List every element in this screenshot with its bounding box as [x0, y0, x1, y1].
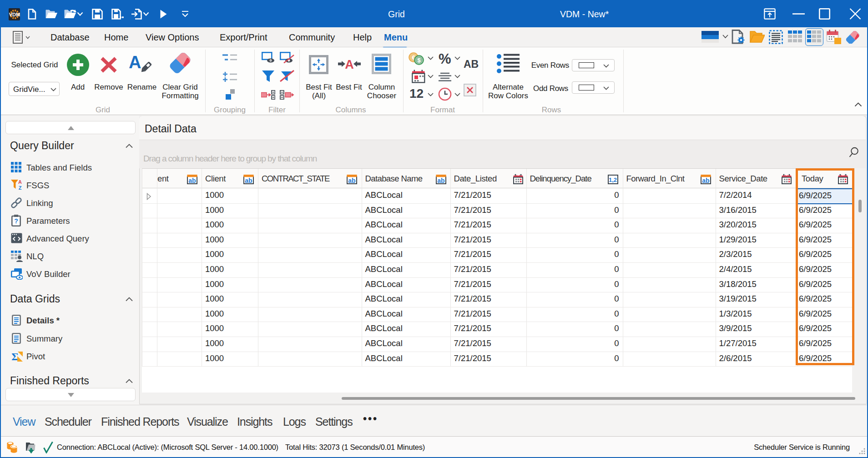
svg-text:Z: Z: [19, 185, 22, 191]
svg-text:$: $: [417, 57, 421, 64]
svg-text:ab: ab: [188, 176, 196, 184]
svg-text:1,2: 1,2: [609, 176, 617, 183]
svg-text:ab: ab: [348, 176, 355, 184]
svg-text:ab: ab: [702, 176, 709, 184]
svg-text:VDM: VDM: [9, 12, 20, 17]
svg-text:A: A: [18, 180, 22, 185]
svg-text:?: ?: [14, 217, 18, 225]
svg-text:A: A: [345, 58, 354, 71]
svg-text:ab: ab: [245, 176, 252, 184]
svg-text:ab: ab: [437, 176, 444, 184]
